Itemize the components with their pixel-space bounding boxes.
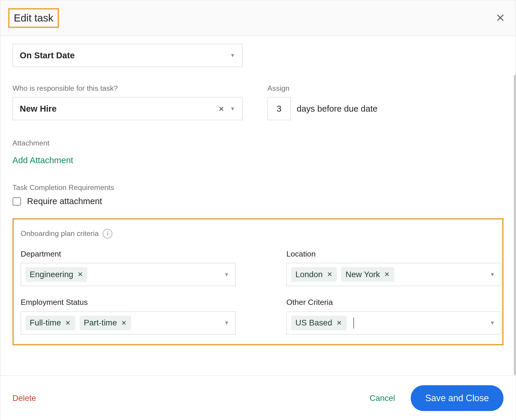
remove-chip-icon[interactable]: ✕ (65, 319, 71, 327)
close-icon[interactable]: ✕ (493, 10, 508, 26)
department-combo[interactable]: Engineering ✕ ▼ (21, 263, 236, 286)
assign-label: Assign (267, 84, 377, 93)
info-icon[interactable]: i (103, 229, 112, 238)
other-criteria-label: Other Criteria (286, 298, 501, 307)
assign-days-input[interactable] (267, 97, 291, 120)
clear-responsible-icon[interactable]: ✕ (218, 105, 224, 113)
due-date-select[interactable]: On Start Date ▼ (12, 44, 242, 67)
onboarding-criteria-section: Onboarding plan criteria i Department En… (12, 218, 503, 345)
other-criteria-chip: US Based ✕ (291, 316, 346, 330)
save-and-close-button[interactable]: Save and Close (410, 385, 503, 411)
employment-status-chip: Full-time ✕ (25, 316, 75, 330)
tcr-label: Task Completion Requirements (12, 183, 503, 192)
title-highlight: Edit task (8, 8, 59, 28)
text-cursor (353, 318, 354, 329)
chevron-down-icon: ▼ (490, 272, 495, 277)
due-date-value: On Start Date (20, 50, 75, 60)
cancel-button[interactable]: Cancel (370, 393, 395, 403)
remove-chip-icon[interactable]: ✕ (327, 271, 333, 278)
employment-status-combo[interactable]: Full-time ✕ Part-time ✕ ▼ (21, 311, 236, 335)
modal-footer: Delete Cancel Save and Close (0, 376, 515, 420)
responsible-value: New Hire (20, 104, 57, 114)
scrollbar-thumb[interactable] (514, 75, 516, 376)
chevron-down-icon: ▼ (224, 272, 229, 277)
modal-header: Edit task ✕ (0, 0, 515, 36)
remove-chip-icon[interactable]: ✕ (336, 319, 342, 327)
delete-button[interactable]: Delete (12, 393, 36, 403)
chevron-down-icon: ▼ (224, 320, 229, 326)
edit-task-modal: Edit task ✕ On Start Date ▼ Who is respo… (0, 0, 516, 420)
chevron-down-icon: ▼ (230, 52, 235, 58)
modal-body: On Start Date ▼ Who is responsible for t… (0, 36, 515, 375)
employment-status-chip: Part-time ✕ (80, 316, 131, 330)
require-attachment-label: Require attachment (27, 196, 102, 206)
chevron-down-icon: ▼ (490, 320, 495, 326)
remove-chip-icon[interactable]: ✕ (384, 271, 390, 278)
responsible-label: Who is responsible for this task? (12, 84, 242, 93)
chevron-down-icon: ▼ (230, 106, 235, 112)
other-criteria-combo[interactable]: US Based ✕ ▼ (286, 311, 501, 335)
responsible-select[interactable]: New Hire ✕ ▼ (12, 97, 242, 120)
modal-title: Edit task (14, 12, 53, 24)
employment-status-label: Employment Status (21, 298, 236, 307)
remove-chip-icon[interactable]: ✕ (78, 271, 83, 278)
add-attachment-link[interactable]: Add Attachment (12, 156, 73, 166)
location-combo[interactable]: London ✕ New York ✕ ▼ (286, 263, 501, 286)
remove-chip-icon[interactable]: ✕ (121, 319, 127, 327)
department-chip: Engineering ✕ (25, 267, 88, 282)
due-date-row: On Start Date ▼ (12, 44, 503, 67)
department-label: Department (21, 249, 236, 259)
require-attachment-checkbox[interactable] (12, 197, 21, 206)
location-chip: London ✕ (291, 267, 337, 282)
criteria-title: Onboarding plan criteria (21, 229, 99, 238)
location-label: Location (286, 249, 501, 259)
assign-suffix: days before due date (297, 104, 377, 114)
attachment-label: Attachment (12, 139, 503, 148)
location-chip: New York ✕ (341, 267, 394, 282)
